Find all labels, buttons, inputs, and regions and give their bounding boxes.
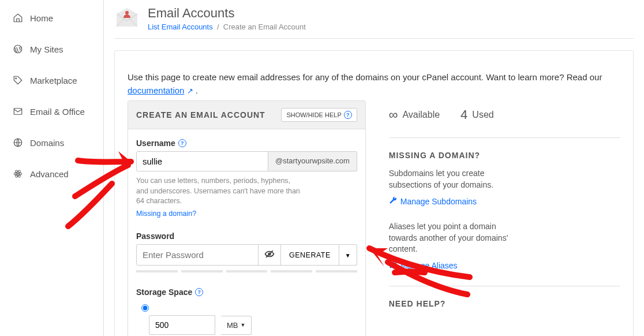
question-icon: ? xyxy=(344,111,352,119)
envelope-icon xyxy=(13,106,23,117)
used-count: 4 xyxy=(460,107,467,122)
generate-password-button[interactable]: GENERATE xyxy=(281,244,339,266)
missing-domain-link[interactable]: Missing a domain? xyxy=(136,209,304,219)
username-hint: You can use letters, numbers, periods, h… xyxy=(136,176,304,219)
sidebar: Home My Sites Marketplace Email & Office… xyxy=(0,0,104,336)
svg-point-8 xyxy=(125,11,129,14)
sidebar-item-label: Marketplace xyxy=(30,76,77,85)
documentation-link[interactable]: documentation xyxy=(128,85,184,95)
password-strength-meter xyxy=(136,270,357,272)
breadcrumb: List Email Accounts / Create an Email Ac… xyxy=(148,23,306,31)
sidebar-item-my-sites[interactable]: My Sites xyxy=(0,37,103,61)
create-email-card: CREATE AN EMAIL ACCOUNT SHOW/HIDE HELP ?… xyxy=(128,100,366,336)
intro-post: . xyxy=(193,85,198,95)
generate-options-button[interactable]: ▼ xyxy=(339,244,357,266)
svg-rect-2 xyxy=(14,109,22,115)
storage-label-text: Storage Space xyxy=(136,288,192,297)
manage-aliases-link[interactable]: Manage Aliases xyxy=(389,261,620,271)
sidebar-item-label: My Sites xyxy=(30,44,63,54)
wrench-icon xyxy=(389,261,397,271)
sidebar-item-label: Email & Office xyxy=(30,107,85,117)
password-label-text: Password xyxy=(136,232,174,241)
sidebar-item-advanced[interactable]: Advanced xyxy=(0,162,103,186)
wordpress-icon xyxy=(13,44,23,54)
breadcrumb-sep: / xyxy=(215,23,223,31)
infinity-icon: ∞ xyxy=(389,107,398,122)
question-icon[interactable]: ? xyxy=(195,288,203,296)
manage-aliases-label: Manage Aliases xyxy=(400,261,458,270)
available-label: Available xyxy=(402,110,440,120)
question-icon[interactable]: ? xyxy=(178,139,186,147)
help-btn-label: SHOW/HIDE HELP xyxy=(286,111,341,118)
page-header: Email Accounts List Email Accounts / Cre… xyxy=(114,0,634,39)
password-label: Password xyxy=(136,232,357,241)
used-label: Used xyxy=(472,110,493,120)
username-hint-text: You can use letters, numbers, periods, h… xyxy=(136,177,300,205)
sidebar-item-label: Advanced xyxy=(30,169,69,179)
show-hide-help-button[interactable]: SHOW/HIDE HELP ? xyxy=(281,108,357,122)
manage-subdomains-label: Manage Subdomains xyxy=(400,197,477,206)
password-input[interactable] xyxy=(136,244,259,266)
username-label-text: Username xyxy=(136,139,175,148)
username-label: Username ? xyxy=(136,139,357,148)
caret-down-icon: ▼ xyxy=(241,322,246,328)
tag-icon xyxy=(13,75,23,85)
alias-text: Aliases let you point a domain towards a… xyxy=(389,221,516,255)
domain-addon[interactable]: @startyourwpsite.com xyxy=(268,151,357,171)
main: Email Accounts List Email Accounts / Cre… xyxy=(104,0,644,336)
globe-icon xyxy=(13,137,23,148)
content-panel: Use this page to create new email addres… xyxy=(114,50,634,336)
storage-limited-radio[interactable] xyxy=(141,304,149,312)
used-stat: 4 Used xyxy=(460,107,494,122)
username-input[interactable] xyxy=(136,151,268,171)
stats-row: ∞ Available 4 Used xyxy=(389,102,620,137)
caret-down-icon: ▼ xyxy=(345,252,351,259)
subdomain-text: Subdomains let you create subsections of… xyxy=(389,168,516,191)
email-accounts-icon xyxy=(114,6,140,29)
card-heading: CREATE AN EMAIL ACCOUNT xyxy=(136,110,265,120)
sidebar-item-label: Domains xyxy=(30,138,64,148)
storage-unit-select[interactable]: MB▼ xyxy=(221,316,252,335)
eye-slash-icon xyxy=(264,249,275,261)
sidebar-item-label: Home xyxy=(30,13,53,23)
sidebar-item-home[interactable]: Home xyxy=(0,6,103,30)
sidebar-item-email[interactable]: Email & Office xyxy=(0,99,103,124)
breadcrumb-link[interactable]: List Email Accounts xyxy=(148,23,213,31)
external-link-icon: ↗ xyxy=(187,87,193,95)
wrench-icon xyxy=(389,196,397,206)
storage-unit-label: MB xyxy=(227,321,238,330)
intro-pre: Use this page to create new email addres… xyxy=(128,72,602,82)
intro-text: Use this page to create new email addres… xyxy=(128,71,620,97)
storage-amount-input[interactable] xyxy=(149,315,215,335)
home-icon xyxy=(13,13,23,23)
sidebar-item-domains[interactable]: Domains xyxy=(0,130,103,155)
storage-label: Storage Space ? xyxy=(136,288,357,297)
need-help-heading: NEED HELP? xyxy=(389,286,620,308)
page-title: Email Accounts xyxy=(148,6,306,21)
available-stat: ∞ Available xyxy=(389,107,440,122)
toggle-password-visibility-button[interactable] xyxy=(259,244,281,266)
atom-icon xyxy=(13,169,23,179)
breadcrumb-current: Create an Email Account xyxy=(223,23,306,31)
sidebar-item-marketplace[interactable]: Marketplace xyxy=(0,68,103,92)
manage-subdomains-link[interactable]: Manage Subdomains xyxy=(389,196,620,206)
svg-point-1 xyxy=(16,78,17,79)
missing-domain-heading: MISSING A DOMAIN? xyxy=(389,137,620,160)
svg-point-4 xyxy=(17,173,18,174)
